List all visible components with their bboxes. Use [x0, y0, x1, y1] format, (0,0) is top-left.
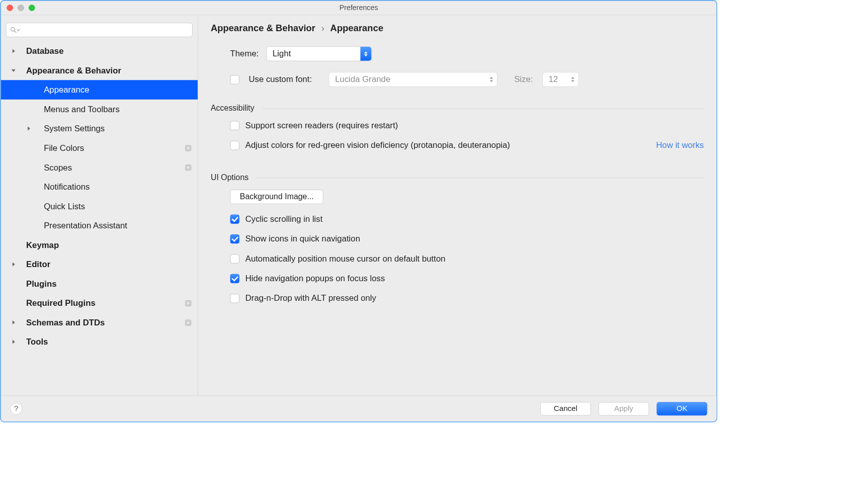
- sidebar-item-label: Keymap: [26, 240, 192, 249]
- project-scope-icon: [185, 299, 192, 306]
- sidebar-item-label: Editor: [26, 260, 192, 269]
- ok-button[interactable]: OK: [657, 402, 708, 415]
- sidebar-item-appearance[interactable]: Appearance: [1, 80, 198, 100]
- chevron-right-icon: [11, 320, 16, 325]
- svg-rect-5: [187, 166, 190, 169]
- show-icons-checkbox[interactable]: [230, 234, 239, 243]
- sidebar-item-label: Menus and Toolbars: [41, 104, 192, 114]
- sidebar-item-label: Notifications: [41, 182, 192, 192]
- select-arrows-icon: [360, 47, 371, 61]
- sidebar-item-plugins[interactable]: Plugins: [1, 274, 198, 294]
- sidebar-item-label: Tools: [26, 337, 192, 347]
- sidebar-item-presentation-assistant[interactable]: Presentation Assistant: [1, 216, 198, 235]
- auto-cursor-checkbox[interactable]: [230, 254, 239, 263]
- sidebar-item-quick-lists[interactable]: Quick Lists: [1, 197, 198, 216]
- auto-cursor-label: Automatically position mouse cursor on d…: [245, 254, 446, 263]
- show-icons-label: Show icons in quick navigation: [245, 234, 360, 243]
- breadcrumb-current: Appearance: [330, 23, 384, 34]
- svg-rect-9: [187, 321, 190, 324]
- preferences-window: Preferences DatabaseAppearance & Behavio…: [0, 0, 717, 423]
- dnd-alt-checkbox[interactable]: [230, 294, 239, 303]
- screen-readers-label: Support screen readers (requires restart…: [245, 121, 398, 130]
- sidebar-item-label: Presentation Assistant: [41, 221, 192, 230]
- sidebar-item-label: File Colors: [41, 143, 185, 153]
- theme-select[interactable]: Light: [266, 46, 372, 61]
- select-arrows-icon: [488, 74, 495, 86]
- sidebar-item-label: Quick Lists: [41, 201, 192, 211]
- font-family-select[interactable]: Lucida Grande: [329, 72, 497, 87]
- use-custom-font-label: Use custom font:: [248, 74, 312, 84]
- sidebar: DatabaseAppearance & BehaviorAppearanceM…: [1, 15, 198, 395]
- sidebar-item-label: Appearance & Behavior: [26, 65, 192, 75]
- chevron-right-icon: [11, 262, 16, 267]
- settings-tree: DatabaseAppearance & BehaviorAppearanceM…: [1, 41, 198, 395]
- search-input[interactable]: [6, 23, 193, 37]
- sidebar-item-label: Scopes: [41, 162, 185, 172]
- font-size-label: Size:: [514, 74, 533, 84]
- sidebar-item-label: Required Plugins: [26, 298, 185, 308]
- sidebar-item-required-plugins[interactable]: Required Plugins: [1, 293, 198, 313]
- minimize-icon[interactable]: [18, 5, 24, 11]
- sidebar-item-keymap[interactable]: Keymap: [1, 235, 198, 255]
- help-button[interactable]: ?: [10, 402, 22, 414]
- search-field[interactable]: [20, 26, 189, 34]
- chevron-right-icon: [26, 126, 31, 131]
- hide-popups-label: Hide navigation popups on focus loss: [245, 274, 385, 283]
- main-pane: Appearance & Behavior › Appearance Theme…: [198, 15, 717, 395]
- sidebar-item-file-colors[interactable]: File Colors: [1, 138, 198, 158]
- cyclic-scrolling-label: Cyclic scrolling in list: [245, 214, 323, 224]
- sidebar-item-database[interactable]: Database: [1, 41, 198, 61]
- svg-point-0: [11, 27, 15, 31]
- breadcrumb: Appearance & Behavior › Appearance: [211, 23, 704, 34]
- sidebar-item-tools[interactable]: Tools: [1, 332, 198, 352]
- theme-label: Theme:: [230, 49, 259, 58]
- sidebar-item-editor[interactable]: Editor: [1, 255, 198, 274]
- footer: ? Cancel Apply OK: [1, 395, 717, 422]
- sidebar-item-label: Database: [26, 46, 192, 56]
- sidebar-item-appearance-behavior[interactable]: Appearance & Behavior: [1, 61, 198, 80]
- font-size-value: 12: [549, 74, 558, 84]
- use-custom-font-checkbox[interactable]: [230, 75, 239, 84]
- cyclic-scrolling-checkbox[interactable]: [230, 214, 239, 223]
- cancel-button[interactable]: Cancel: [540, 402, 591, 415]
- sidebar-item-menus-and-toolbars[interactable]: Menus and Toolbars: [1, 100, 198, 119]
- sidebar-item-label: Appearance: [41, 85, 192, 95]
- hide-popups-checkbox[interactable]: [230, 274, 239, 283]
- project-scope-icon: [185, 144, 192, 151]
- breadcrumb-parent: Appearance & Behavior: [211, 23, 315, 34]
- svg-rect-3: [187, 146, 190, 149]
- dnd-alt-label: Drag-n-Drop with ALT pressed only: [245, 293, 376, 303]
- chevron-down-icon: [17, 28, 21, 32]
- ui-options-section-header: UI Options: [211, 173, 704, 182]
- titlebar: Preferences: [1, 1, 717, 15]
- sidebar-item-label: Schemas and DTDs: [26, 317, 185, 327]
- traffic-lights: [1, 5, 35, 11]
- color-deficiency-label: Adjust colors for red-green vision defic…: [245, 140, 510, 150]
- how-it-works-link[interactable]: How it works: [656, 140, 704, 150]
- chevron-right-icon: [11, 340, 16, 345]
- font-family-value: Lucida Grande: [335, 74, 390, 84]
- project-scope-icon: [185, 164, 192, 171]
- apply-button[interactable]: Apply: [598, 402, 649, 415]
- project-scope-icon: [185, 319, 192, 326]
- sidebar-item-system-settings[interactable]: System Settings: [1, 119, 198, 138]
- chevron-right-icon: [11, 48, 16, 53]
- theme-value: Light: [273, 49, 291, 58]
- sidebar-item-scopes[interactable]: Scopes: [1, 157, 198, 177]
- close-icon[interactable]: [7, 5, 13, 11]
- content: DatabaseAppearance & BehaviorAppearanceM…: [1, 15, 717, 395]
- chevron-down-icon: [11, 68, 16, 73]
- background-image-button[interactable]: Background Image...: [230, 190, 323, 204]
- window-title: Preferences: [1, 4, 717, 12]
- sidebar-item-schemas-and-dtds[interactable]: Schemas and DTDs: [1, 313, 198, 332]
- sidebar-item-label: Plugins: [26, 279, 192, 288]
- font-size-stepper[interactable]: 12: [542, 72, 578, 87]
- maximize-icon[interactable]: [29, 5, 35, 11]
- stepper-arrows-icon: [569, 74, 576, 86]
- svg-line-1: [15, 31, 16, 32]
- sidebar-item-label: System Settings: [41, 124, 192, 133]
- sidebar-item-notifications[interactable]: Notifications: [1, 177, 198, 197]
- screen-readers-checkbox[interactable]: [230, 121, 239, 130]
- svg-rect-7: [187, 301, 190, 304]
- color-deficiency-checkbox[interactable]: [230, 140, 239, 149]
